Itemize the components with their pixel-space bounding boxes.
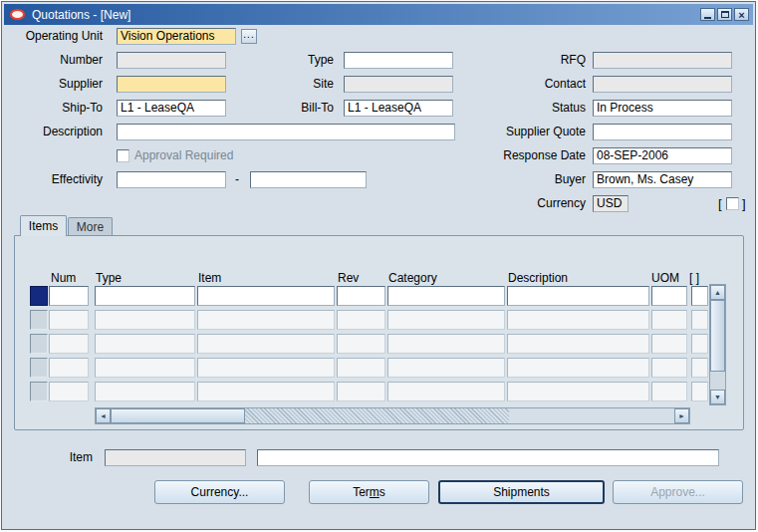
shipments-button[interactable]: Shipments [438, 480, 605, 504]
grid-row [30, 382, 708, 401]
cell-uom[interactable] [651, 382, 687, 401]
terms-label-accel: m [370, 485, 379, 499]
cell-uom[interactable] [651, 310, 687, 330]
bill-to-label: Bill-To [233, 100, 334, 117]
record-selector[interactable] [30, 358, 48, 378]
cell-item[interactable] [197, 310, 335, 330]
terms-button[interactable]: Terms [309, 480, 429, 504]
cell-rev[interactable] [337, 310, 385, 330]
flexfield-open-bracket: [ [718, 195, 722, 212]
cell-category[interactable] [387, 310, 505, 330]
effectivity-from-field[interactable] [117, 171, 226, 188]
buyer-field[interactable]: Brown, Ms. Casey [593, 171, 732, 188]
horizontal-scroll-track[interactable] [111, 408, 674, 423]
maximize-icon [721, 11, 729, 18]
record-selector[interactable] [30, 286, 48, 306]
footer-item-field [105, 449, 246, 466]
cell-type[interactable] [95, 310, 195, 330]
approve-button: Approve... [613, 480, 743, 504]
vertical-scroll-thumb[interactable] [710, 300, 725, 372]
terms-label-post: s [379, 485, 385, 499]
cell-item[interactable] [197, 286, 335, 306]
grid-row [30, 334, 708, 354]
status-field[interactable]: In Process [593, 100, 732, 117]
record-selector[interactable] [30, 310, 48, 330]
supplier-field[interactable] [117, 76, 226, 93]
close-button[interactable]: × [734, 8, 749, 21]
cell-type[interactable] [95, 382, 195, 401]
ship-to-label: Ship-To [4, 100, 103, 117]
cell-num[interactable] [49, 310, 89, 330]
flexfield-close-bracket: ] [742, 195, 746, 212]
record-selector[interactable] [30, 334, 48, 354]
cell-category[interactable] [387, 358, 505, 378]
effectivity-to-field[interactable] [250, 171, 367, 188]
number-field [117, 52, 226, 69]
cell-uom[interactable] [651, 358, 687, 378]
oracle-logo-icon [10, 9, 25, 20]
operating-unit-lov-button[interactable]: ... [241, 29, 257, 44]
cell-category[interactable] [387, 286, 505, 306]
cell-category[interactable] [387, 334, 505, 354]
window-title: Quotations - [New] [32, 8, 130, 22]
response-date-field[interactable]: 08-SEP-2006 [593, 147, 732, 164]
description-field[interactable] [117, 124, 455, 140]
cell-rev[interactable] [337, 286, 385, 306]
cell-rev[interactable] [337, 334, 385, 354]
approval-required-checkbox[interactable] [117, 149, 129, 162]
cell-type[interactable] [95, 286, 195, 306]
horizontal-scroll-thumb[interactable] [111, 408, 245, 423]
cell-uom[interactable] [651, 334, 687, 354]
record-selector[interactable] [30, 382, 48, 401]
ship-to-field[interactable]: L1 - LeaseQA [117, 100, 226, 117]
vertical-scroll-track[interactable] [710, 300, 725, 390]
scroll-down-button[interactable]: ▼ [710, 390, 725, 404]
col-header-type: Type [96, 271, 122, 285]
footer-item-description-field[interactable] [257, 449, 719, 466]
cell-num[interactable] [49, 358, 89, 378]
maximize-button[interactable] [717, 8, 732, 21]
cell-item[interactable] [197, 358, 335, 378]
vertical-scrollbar[interactable]: ▲ ▼ [709, 284, 726, 405]
cell-flex[interactable] [691, 382, 708, 401]
form-canvas: Operating Unit Number Supplier Ship-To D… [4, 25, 753, 527]
description-label: Description [4, 124, 103, 140]
cell-type[interactable] [95, 334, 195, 354]
cell-flex[interactable] [691, 334, 708, 354]
cell-category[interactable] [387, 382, 505, 401]
tab-more[interactable]: More [68, 217, 113, 236]
cell-rev[interactable] [337, 382, 385, 401]
operating-unit-field[interactable]: Vision Operations [117, 28, 236, 45]
cell-description[interactable] [507, 286, 649, 306]
cell-flex[interactable] [691, 358, 708, 378]
titlebar[interactable]: Quotations - [New] × [4, 4, 753, 25]
cell-description[interactable] [507, 358, 649, 378]
currency-button[interactable]: Currency... [154, 480, 285, 504]
cell-rev[interactable] [337, 358, 385, 378]
cell-item[interactable] [197, 334, 335, 354]
cell-description[interactable] [507, 382, 649, 401]
cell-flex[interactable] [691, 310, 708, 330]
currency-flexfield[interactable] [726, 197, 739, 210]
cell-flex[interactable] [691, 286, 708, 306]
cell-description[interactable] [507, 334, 649, 354]
tab-items[interactable]: Items [20, 215, 67, 236]
horizontal-scrollbar[interactable]: ◄ ► [95, 407, 690, 424]
cell-num[interactable] [49, 334, 89, 354]
cell-num[interactable] [49, 286, 89, 306]
status-label: Status [442, 100, 586, 117]
operating-unit-label: Operating Unit [4, 28, 103, 45]
cell-item[interactable] [197, 382, 335, 401]
scroll-left-button[interactable]: ◄ [96, 408, 111, 423]
cell-type[interactable] [95, 358, 195, 378]
bill-to-field[interactable]: L1 - LeaseQA [344, 100, 453, 117]
minimize-button[interactable] [700, 8, 715, 21]
cell-num[interactable] [49, 382, 89, 401]
scroll-up-button[interactable]: ▲ [710, 285, 725, 300]
supplier-quote-field[interactable] [593, 124, 732, 140]
cell-description[interactable] [507, 310, 649, 330]
cell-uom[interactable] [651, 286, 687, 306]
scroll-right-button[interactable]: ► [674, 408, 689, 423]
supplier-label: Supplier [4, 76, 103, 93]
type-field[interactable] [344, 52, 453, 69]
